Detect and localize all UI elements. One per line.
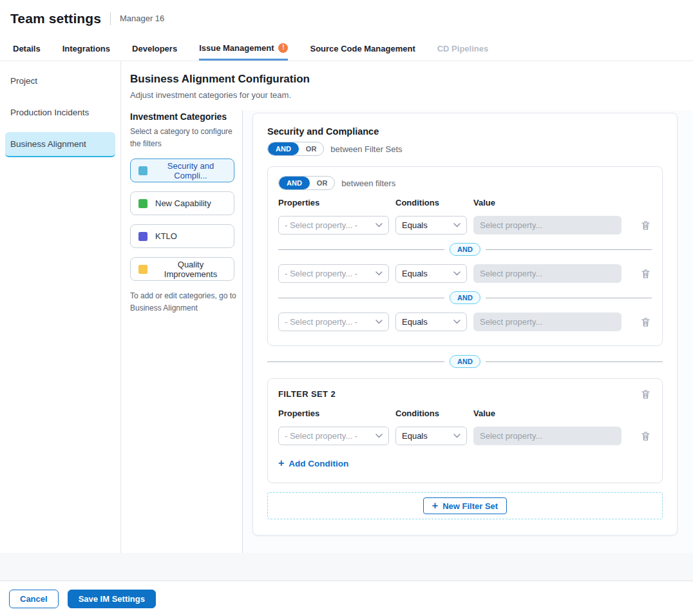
chevron-down-icon <box>375 434 383 438</box>
tab-issue-management[interactable]: Issue Management ! <box>199 37 288 61</box>
toggle-or-option[interactable]: OR <box>299 142 324 155</box>
tab-developers[interactable]: Developers <box>132 37 177 61</box>
main-header: Business Alignment Configuration Adjust … <box>121 61 693 110</box>
column-properties: Properties <box>278 409 389 418</box>
investment-categories-panel: Investment Categories Select a category … <box>121 110 243 553</box>
category-ktlo[interactable]: KTLO <box>130 224 234 248</box>
tab-source-code-management[interactable]: Source Code Management <box>310 37 415 61</box>
filter-columns-header: Properties Conditions Value <box>278 409 652 418</box>
value-input[interactable] <box>473 313 622 331</box>
category-label: New Capability <box>155 198 211 208</box>
sidebar-item-business-alignment[interactable]: Business Alignment <box>5 132 115 157</box>
section-subtitle: Adjust investment categories for your te… <box>130 90 678 100</box>
tab-details[interactable]: Details <box>13 37 41 61</box>
property-select[interactable]: - Select property... - <box>278 264 389 283</box>
filter-set-connector: AND <box>267 355 663 368</box>
toggle-suffix-label: between Filter Sets <box>330 144 402 154</box>
toggle-and-option[interactable]: AND <box>279 177 310 189</box>
filter-set-2: FILTER SET 2 Properties Conditions Value <box>267 378 663 483</box>
filter-set-2-title: FILTER SET 2 <box>278 388 336 399</box>
condition-select[interactable]: Equals <box>395 264 467 283</box>
settings-sidebar: Project Production Incidents Business Al… <box>0 61 121 553</box>
delete-filter-set-button[interactable] <box>640 388 652 401</box>
property-select[interactable]: - Select property... - <box>278 427 389 445</box>
warning-icon: ! <box>278 43 288 53</box>
chevron-down-icon <box>375 271 383 276</box>
toggle-suffix-label: between filters <box>341 178 395 188</box>
footer-spacer <box>0 553 693 581</box>
and-connector-pill: AND <box>450 355 480 368</box>
tab-cd-pipelines: CD Pipelines <box>437 37 488 61</box>
page-header: Team settings Manager 16 <box>0 0 693 37</box>
delete-filter-button[interactable] <box>640 267 652 280</box>
action-bar: Cancel Save IM Settings <box>0 581 693 616</box>
filters-operator-row: AND OR between filters <box>278 176 652 190</box>
filter-columns-header: Properties Conditions Value <box>278 198 652 207</box>
filter-connector: AND <box>278 243 652 256</box>
page-subtitle: Manager 16 <box>110 12 164 25</box>
and-connector-pill: AND <box>450 291 480 304</box>
and-connector-pill: AND <box>450 243 480 256</box>
filter-row: - Select property... - Equals <box>278 264 652 283</box>
new-filter-set-button[interactable]: New Filter Set <box>423 497 507 514</box>
filters-and-or-toggle[interactable]: AND OR <box>278 176 335 190</box>
filters-config-region: Security and Compliance AND OR between F… <box>243 110 693 553</box>
delete-filter-button[interactable] <box>640 219 652 232</box>
category-color-swatch <box>138 166 147 175</box>
delete-filter-button[interactable] <box>640 430 652 443</box>
trash-icon <box>641 389 650 399</box>
value-input[interactable] <box>473 427 622 445</box>
category-label: Security and Compli... <box>155 161 226 180</box>
column-conditions: Conditions <box>395 409 467 418</box>
trash-icon <box>641 269 650 279</box>
column-conditions: Conditions <box>395 198 467 207</box>
property-select[interactable]: - Select property... - <box>278 313 389 331</box>
filter-sets-and-or-toggle[interactable]: AND OR <box>267 142 324 156</box>
category-new-capability[interactable]: New Capability <box>130 191 234 215</box>
filter-row: - Select property... - Equals <box>278 216 652 235</box>
cancel-button[interactable]: Cancel <box>9 590 59 608</box>
section-title: Business Alignment Configuration <box>130 73 678 86</box>
category-label: KTLO <box>155 231 177 241</box>
save-im-settings-button[interactable]: Save IM Settings <box>68 590 156 608</box>
trash-icon <box>641 431 650 441</box>
category-color-swatch <box>138 199 147 208</box>
filter-set-1: AND OR between filters Properties Condit… <box>267 166 663 346</box>
content-area: Project Production Incidents Business Al… <box>0 61 693 553</box>
categories-description: Select a category to configure the filte… <box>130 126 236 149</box>
categories-title: Investment Categories <box>130 111 242 122</box>
property-select[interactable]: - Select property... - <box>278 216 389 235</box>
settings-tabbar: Details Integrations Developers Issue Ma… <box>0 37 693 61</box>
condition-select[interactable]: Equals <box>395 216 467 235</box>
chevron-down-icon <box>375 223 383 227</box>
category-label: Quality Improvements <box>155 260 226 279</box>
column-value: Value <box>473 198 622 207</box>
category-quality-improvements[interactable]: Quality Improvements <box>130 257 234 281</box>
toggle-or-option[interactable]: OR <box>310 177 335 189</box>
new-filter-set-dropzone: New Filter Set <box>267 492 663 519</box>
tab-integrations[interactable]: Integrations <box>62 37 110 61</box>
chevron-down-icon <box>453 223 460 227</box>
column-value: Value <box>473 409 622 418</box>
add-condition-button[interactable]: Add Condition <box>278 458 348 468</box>
page-title: Team settings <box>10 11 101 26</box>
filter-row: - Select property... - Equals <box>278 313 652 331</box>
categories-list: Security and Compli... New Capability KT… <box>130 159 242 281</box>
condition-select[interactable]: Equals <box>395 427 467 445</box>
main-body: Investment Categories Select a category … <box>121 110 693 553</box>
plus-icon <box>432 501 438 511</box>
sidebar-item-project[interactable]: Project <box>5 69 115 93</box>
main-section: Business Alignment Configuration Adjust … <box>121 61 693 553</box>
delete-filter-button[interactable] <box>640 316 652 329</box>
chevron-down-icon <box>453 271 460 276</box>
chevron-down-icon <box>453 320 460 324</box>
category-security-and-compliance[interactable]: Security and Compli... <box>130 159 234 182</box>
chevron-down-icon <box>453 434 460 438</box>
categories-footnote: To add or edit categories, go to Busines… <box>130 290 236 314</box>
column-properties: Properties <box>278 198 389 207</box>
value-input[interactable] <box>473 216 622 235</box>
sidebar-item-production-incidents[interactable]: Production Incidents <box>5 101 115 124</box>
toggle-and-option[interactable]: AND <box>268 142 299 155</box>
condition-select[interactable]: Equals <box>395 313 467 331</box>
value-input[interactable] <box>473 264 622 283</box>
